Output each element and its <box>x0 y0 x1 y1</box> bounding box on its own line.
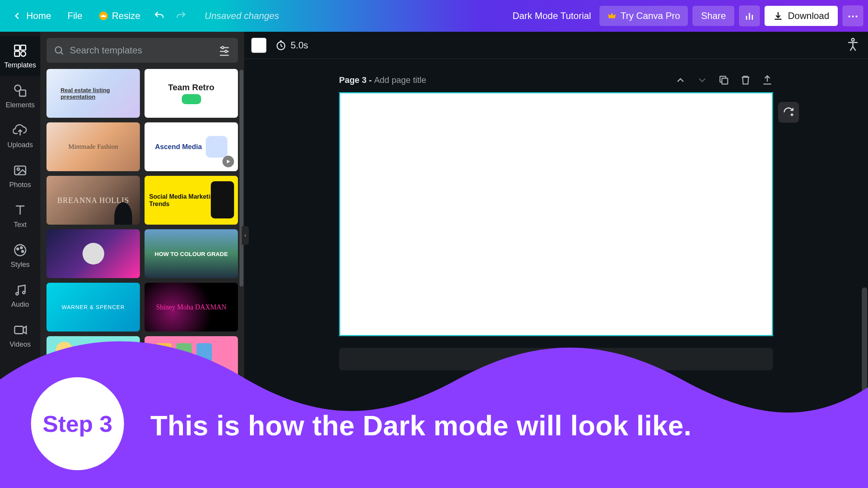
template-card[interactable] <box>46 229 140 278</box>
canvas-toolbar: 5.0s <box>244 32 868 59</box>
rail-templates[interactable]: Templates <box>0 36 40 76</box>
templates-icon <box>13 43 28 58</box>
header-left: Home File Resize Unsaved changes <box>5 6 279 26</box>
audio-icon <box>13 283 28 297</box>
add-page-button[interactable]: + Add page <box>339 348 773 370</box>
svg-rect-5 <box>21 45 26 50</box>
svg-point-35 <box>852 38 854 41</box>
elements-icon <box>13 83 28 98</box>
template-card[interactable]: Team Retro <box>145 69 238 118</box>
undo-button[interactable] <box>150 6 169 26</box>
svg-point-20 <box>22 291 25 294</box>
svg-rect-11 <box>15 166 26 175</box>
panel-scrollbar[interactable] <box>239 70 243 376</box>
svg-line-33 <box>281 46 282 47</box>
duplicate-icon[interactable] <box>718 74 730 86</box>
rail-styles[interactable]: Styles <box>0 236 40 276</box>
rail-elements[interactable]: Elements <box>0 76 40 116</box>
template-card[interactable] <box>46 336 140 385</box>
left-rail: Templates Elements Uploads Photos Text S… <box>0 32 40 488</box>
uploads-icon <box>13 123 28 138</box>
template-card[interactable]: Real estate listing presentation <box>46 69 140 118</box>
rail-photos[interactable]: Photos <box>0 156 40 196</box>
home-button[interactable]: Home <box>5 7 58 25</box>
toolbar-right <box>845 36 861 54</box>
redo-button[interactable] <box>171 6 191 26</box>
svg-point-16 <box>17 248 19 250</box>
canvas-area: 5.0s Page 3 - Add page title + Add page <box>244 32 868 488</box>
svg-rect-6 <box>15 52 20 57</box>
upload-icon[interactable] <box>761 74 773 86</box>
svg-marker-30 <box>227 160 230 163</box>
bar-chart-icon <box>744 10 755 22</box>
accessibility-icon[interactable] <box>845 36 861 53</box>
chevron-left-icon <box>12 10 22 21</box>
page-title-input[interactable]: Add page title <box>374 75 426 85</box>
videos-icon <box>13 323 28 337</box>
page-actions <box>675 74 773 86</box>
template-card[interactable]: Shiney Moha DAXMAN <box>145 283 238 332</box>
templates-panel: Real estate listing presentation Team Re… <box>40 32 244 488</box>
template-card[interactable]: BREANNA HOLLIS <box>46 176 140 225</box>
chevron-left-icon <box>243 233 247 238</box>
canvas-scrollbar[interactable] <box>862 94 867 484</box>
crown-icon <box>99 11 108 21</box>
rail-videos[interactable]: Videos <box>0 316 40 356</box>
template-card[interactable]: HOW TO COLOUR GRADE <box>145 229 238 278</box>
svg-rect-21 <box>15 326 23 334</box>
template-card[interactable]: Ascend Media <box>145 122 238 171</box>
trash-icon[interactable] <box>740 74 751 86</box>
svg-rect-9 <box>19 90 26 96</box>
home-label: Home <box>26 10 51 21</box>
svg-point-17 <box>21 247 22 249</box>
try-pro-button[interactable]: Try Canva Pro <box>599 6 688 26</box>
collapse-panel-button[interactable] <box>242 226 249 245</box>
template-card[interactable] <box>145 336 238 385</box>
download-button[interactable]: Download <box>765 6 838 26</box>
app-header: Home File Resize Unsaved changes Dark Mo… <box>0 0 868 32</box>
styles-icon <box>13 243 28 258</box>
search-input[interactable] <box>70 45 212 56</box>
template-card[interactable]: WARNER & SPENCER <box>46 283 140 332</box>
document-title[interactable]: Dark Mode Tutorial <box>513 10 591 21</box>
file-button[interactable]: File <box>60 7 90 25</box>
timing-button[interactable]: 5.0s <box>275 40 308 51</box>
regenerate-button[interactable] <box>778 102 799 123</box>
template-card[interactable]: Social Media Marketing Trends <box>145 176 238 225</box>
search-bar <box>46 38 238 63</box>
redo-icon <box>175 10 187 22</box>
svg-marker-22 <box>23 326 26 334</box>
template-grid: Real estate listing presentation Team Re… <box>46 69 238 385</box>
download-icon <box>773 11 783 21</box>
svg-point-26 <box>222 46 224 49</box>
svg-point-18 <box>22 251 24 253</box>
resize-button[interactable]: Resize <box>92 7 147 25</box>
svg-point-15 <box>15 245 26 256</box>
svg-point-23 <box>55 47 62 53</box>
rail-text[interactable]: Text <box>0 196 40 236</box>
chevron-down-icon[interactable] <box>696 74 708 86</box>
filter-icon[interactable] <box>218 44 231 57</box>
svg-point-28 <box>225 50 227 53</box>
insights-button[interactable] <box>739 5 760 26</box>
page-color-swatch[interactable] <box>251 38 267 53</box>
svg-point-12 <box>17 168 19 170</box>
clock-icon <box>275 40 287 51</box>
rail-audio[interactable]: Audio <box>0 276 40 316</box>
page-canvas[interactable] <box>339 92 773 336</box>
rail-uploads[interactable]: Uploads <box>0 116 40 156</box>
chat-bubble-icon <box>182 94 201 104</box>
ellipsis-icon: ⋯ <box>847 10 858 22</box>
photos-icon <box>13 163 28 178</box>
chevron-up-icon[interactable] <box>675 74 686 86</box>
template-card[interactable]: Mintmade Fashion <box>46 122 140 171</box>
crown-icon <box>607 11 617 21</box>
play-icon <box>222 156 234 167</box>
share-button[interactable]: Share <box>692 6 734 26</box>
header-right: Dark Mode Tutorial Try Canva Pro Share D… <box>513 5 863 26</box>
refresh-icon <box>783 107 794 118</box>
search-icon <box>53 45 64 56</box>
svg-point-7 <box>21 52 26 57</box>
more-menu-button[interactable]: ⋯ <box>842 5 863 26</box>
page-label: Page 3 - <box>339 75 372 85</box>
